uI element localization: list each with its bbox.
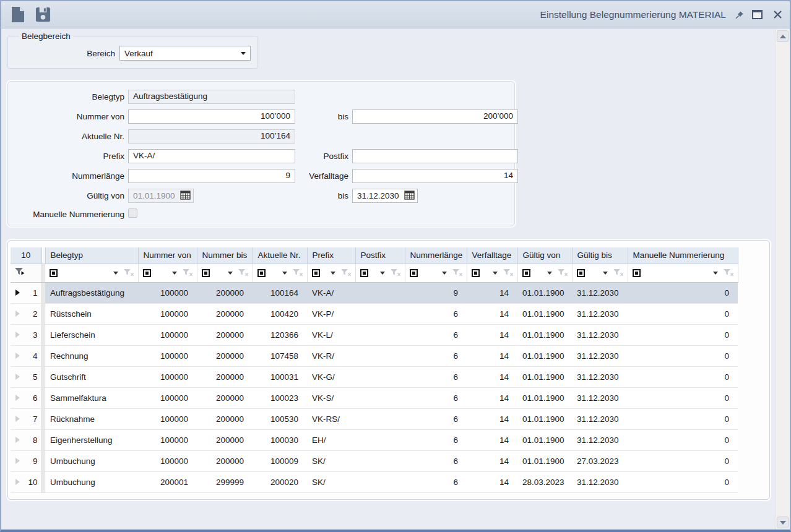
cell-nummer_bis[interactable]: 200000 <box>197 345 253 366</box>
cell-nummer_von[interactable]: 100000 <box>138 429 197 450</box>
cell-verfalltage[interactable]: 14 <box>467 282 517 303</box>
row-header[interactable]: 2 <box>11 303 41 324</box>
cell-gueltig_bis[interactable]: 31.12.2030 <box>572 366 628 387</box>
cell-verfalltage[interactable]: 14 <box>467 408 517 429</box>
cell-nummerlaenge[interactable]: 6 <box>405 303 467 324</box>
table-row[interactable]: 9Umbuchung100000200000100009SK/61401.01.… <box>11 450 738 471</box>
cell-manuell[interactable]: 0 <box>628 282 738 303</box>
cell-gueltig_bis[interactable]: 31.12.2030 <box>572 303 628 324</box>
scroll-down-button[interactable] <box>777 517 789 528</box>
table-row[interactable]: 1Auftragsbestätigung100000200000100164VK… <box>11 282 738 303</box>
cell-manuell[interactable]: 0 <box>628 303 738 324</box>
filter-dropdown-icon[interactable] <box>282 272 287 275</box>
filter-dropdown-icon[interactable] <box>331 272 335 275</box>
cell-gueltig_von[interactable]: 01.01.1900 <box>517 282 572 303</box>
cell-nummer_von[interactable]: 200001 <box>138 471 197 492</box>
cell-nummer_von[interactable]: 100000 <box>138 282 197 303</box>
verfalltage-field[interactable]: 14 <box>352 169 518 183</box>
column-header-verfalltage[interactable]: Verfalltage <box>467 247 517 264</box>
filter-cell-gueltig_bis[interactable] <box>572 264 628 282</box>
cell-nummer_bis[interactable]: 200000 <box>197 387 253 408</box>
cell-nummerlaenge[interactable]: 6 <box>405 324 467 345</box>
column-header-prefix[interactable]: Prefix <box>307 247 355 264</box>
cell-gueltig_bis[interactable]: 31.12.2030 <box>572 471 628 492</box>
table-row[interactable]: 4Rechnung100000200000107458VK-R/61401.01… <box>11 345 738 366</box>
row-header[interactable]: 4 <box>11 345 41 366</box>
cell-postfix[interactable] <box>355 366 405 387</box>
cell-gueltig_bis[interactable]: 31.12.2030 <box>572 408 628 429</box>
cell-prefix[interactable]: VK-S/ <box>307 387 355 408</box>
new-document-icon[interactable] <box>9 6 27 24</box>
cell-prefix[interactable]: VK-L/ <box>307 324 355 345</box>
column-header-nummer_bis[interactable]: Nummer bis <box>197 247 253 264</box>
filter-dropdown-icon[interactable] <box>603 272 608 275</box>
table-row[interactable]: 2Rüstschein100000200000100420VK-P/61401.… <box>11 303 738 324</box>
row-header[interactable]: 10 <box>11 471 41 492</box>
filter-cell-gueltig_von[interactable] <box>517 264 572 282</box>
table-row[interactable]: 7Rücknahme100000200000100530VK-RS/61401.… <box>11 408 738 429</box>
cell-belegtyp[interactable]: Sammelfaktura <box>45 387 138 408</box>
cell-postfix[interactable] <box>355 471 405 492</box>
cell-aktuelle_nr[interactable]: 200020 <box>253 471 307 492</box>
calendar-icon[interactable] <box>404 190 415 202</box>
column-header-gueltig_von[interactable]: Gültig von <box>517 247 572 264</box>
cell-aktuelle_nr[interactable]: 100030 <box>253 429 307 450</box>
filter-dropdown-icon[interactable] <box>442 272 447 275</box>
cell-postfix[interactable] <box>355 303 405 324</box>
cell-manuell[interactable]: 0 <box>628 387 738 408</box>
cell-belegtyp[interactable]: Eigenherstellung <box>45 429 138 450</box>
vertical-scrollbar[interactable] <box>775 29 790 530</box>
filter-value-icon[interactable] <box>577 269 585 277</box>
table-row[interactable]: 8Eigenherstellung100000200000100030EH/61… <box>11 429 738 450</box>
cell-gueltig_von[interactable]: 01.01.1900 <box>517 324 572 345</box>
cell-nummerlaenge[interactable]: 6 <box>405 387 467 408</box>
nummer-von-field[interactable]: 100’000 <box>128 109 295 124</box>
cell-gueltig_bis[interactable]: 31.12.2030 <box>572 324 628 345</box>
cell-aktuelle_nr[interactable]: 100530 <box>253 408 307 429</box>
cell-gueltig_von[interactable]: 01.01.1900 <box>517 429 572 450</box>
column-header-nummerlaenge[interactable]: Nummerlänge <box>405 247 467 264</box>
cell-manuell[interactable]: 0 <box>628 324 738 345</box>
filter-dropdown-icon[interactable] <box>713 272 718 275</box>
cell-nummerlaenge[interactable]: 6 <box>405 429 467 450</box>
cell-gueltig_von[interactable]: 01.01.1900 <box>517 345 572 366</box>
cell-nummerlaenge[interactable]: 6 <box>405 450 467 471</box>
filter-row-indicator[interactable] <box>11 264 41 282</box>
filter-cell-nummer_bis[interactable] <box>197 264 253 282</box>
filter-value-icon[interactable] <box>410 269 418 277</box>
column-header-aktuelle_nr[interactable]: Aktuelle Nr. <box>253 247 307 264</box>
filter-dropdown-icon[interactable] <box>547 272 552 275</box>
cell-nummerlaenge[interactable]: 6 <box>405 408 467 429</box>
row-header[interactable]: 8 <box>11 429 41 450</box>
cell-prefix[interactable]: SK/ <box>307 450 355 471</box>
bereich-select[interactable]: Verkauf <box>119 46 251 61</box>
cell-aktuelle_nr[interactable]: 100420 <box>253 303 307 324</box>
cell-postfix[interactable] <box>355 408 405 429</box>
cell-manuell[interactable]: 0 <box>628 429 738 450</box>
gueltig-bis-field[interactable]: 31.12.2030 <box>352 189 418 203</box>
filter-value-icon[interactable] <box>257 269 266 277</box>
row-header[interactable]: 3 <box>11 324 41 345</box>
cell-gueltig_von[interactable]: 01.01.1900 <box>517 366 572 387</box>
column-header-gueltig_bis[interactable]: Gültig bis <box>572 247 628 264</box>
cell-nummer_von[interactable]: 100000 <box>138 408 197 429</box>
cell-nummer_von[interactable]: 100000 <box>138 324 197 345</box>
cell-gueltig_von[interactable]: 01.01.1900 <box>517 408 572 429</box>
cell-nummerlaenge[interactable]: 6 <box>405 366 467 387</box>
cell-nummerlaenge[interactable]: 6 <box>405 345 467 366</box>
filter-value-icon[interactable] <box>312 269 320 277</box>
cell-prefix[interactable]: VK-P/ <box>307 303 355 324</box>
table-row[interactable]: 5Gutschrift100000200000100031VK-G/61401.… <box>11 366 738 387</box>
cell-nummer_bis[interactable]: 200000 <box>197 450 253 471</box>
save-icon[interactable] <box>33 6 52 24</box>
cell-postfix[interactable] <box>355 345 405 366</box>
filter-cell-aktuelle_nr[interactable] <box>253 264 307 282</box>
filter-cell-postfix[interactable] <box>355 264 405 282</box>
filter-dropdown-icon[interactable] <box>380 272 385 275</box>
cell-postfix[interactable] <box>355 282 405 303</box>
cell-gueltig_bis[interactable]: 31.12.2030 <box>572 387 628 408</box>
cell-gueltig_von[interactable]: 01.01.1900 <box>517 303 572 324</box>
column-header-postfix[interactable]: Postfix <box>355 247 405 264</box>
filter-value-icon[interactable] <box>202 269 210 277</box>
cell-aktuelle_nr[interactable]: 107458 <box>253 345 307 366</box>
